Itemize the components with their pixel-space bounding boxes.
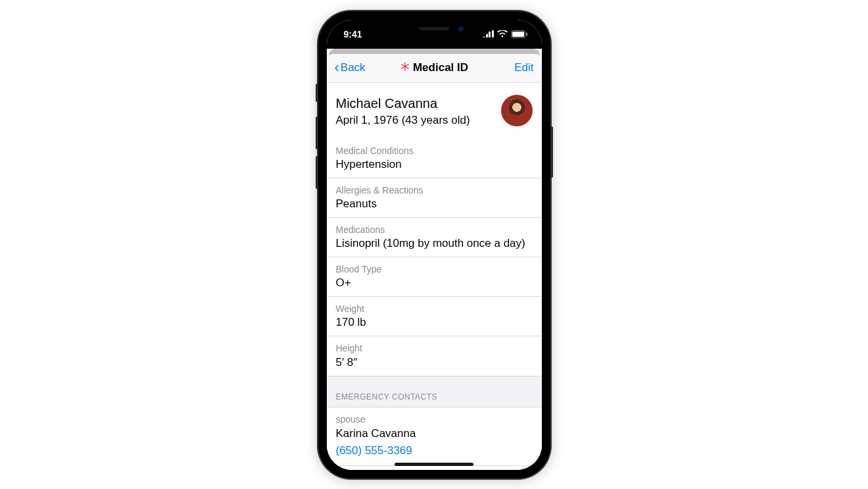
volume-down-button xyxy=(316,156,318,189)
screen: 9:41 ‹ Back xyxy=(327,20,542,470)
field-value: Lisinopril (10mg by mouth once a day) xyxy=(336,237,533,250)
svg-rect-2 xyxy=(526,32,527,36)
field-value: 170 lb xyxy=(336,316,533,329)
profile-name: Michael Cavanna xyxy=(336,95,470,112)
back-button[interactable]: ‹ Back xyxy=(335,61,366,75)
svg-rect-1 xyxy=(512,32,524,37)
field-label: Medical Conditions xyxy=(336,145,533,157)
speaker-grille xyxy=(419,27,449,30)
chevron-left-icon: ‹ xyxy=(335,61,339,75)
front-camera xyxy=(458,26,464,32)
modal-sheet: ‹ Back Medical ID Edit Michael Cavanna A… xyxy=(327,54,542,470)
field-weight: Weight 170 lb xyxy=(327,297,542,336)
field-blood-type: Blood Type O+ xyxy=(327,257,542,297)
home-indicator[interactable] xyxy=(395,463,473,466)
footer-note: When you use Emergency SOS to call Emerg… xyxy=(327,466,542,470)
volume-up-button xyxy=(316,116,318,149)
field-value: Peanuts xyxy=(336,197,533,211)
field-value: Hypertension xyxy=(336,158,533,171)
contact-phone-link[interactable]: (650) 555-3369 xyxy=(336,444,533,457)
battery-icon xyxy=(511,30,527,38)
phone-frame: 9:41 ‹ Back xyxy=(318,11,550,478)
emergency-contact: spouse Karina Cavanna (650) 555-3369 xyxy=(327,407,542,466)
field-label: Allergies & Reactions xyxy=(336,184,533,196)
nav-title: Medical ID xyxy=(400,61,468,75)
back-label: Back xyxy=(341,61,366,74)
contact-relation: spouse xyxy=(336,414,533,425)
field-label: Blood Type xyxy=(336,263,533,275)
contact-name: Karina Cavanna xyxy=(336,427,533,440)
status-time: 9:41 xyxy=(344,29,362,39)
section-header-emergency-contacts: EMERGENCY CONTACTS xyxy=(327,376,542,407)
field-value: O+ xyxy=(336,276,533,290)
content-scroll[interactable]: Michael Cavanna April 1, 1976 (43 years … xyxy=(327,83,542,470)
nav-bar: ‹ Back Medical ID Edit xyxy=(327,54,542,83)
medical-asterisk-icon xyxy=(400,61,410,75)
mute-switch xyxy=(316,84,318,102)
avatar[interactable] xyxy=(501,95,533,126)
status-right xyxy=(483,30,527,38)
field-label: Height xyxy=(336,342,533,354)
notch xyxy=(378,20,490,38)
field-height: Height 5′ 8″ xyxy=(327,336,542,376)
nav-title-text: Medical ID xyxy=(413,61,468,74)
field-allergies: Allergies & Reactions Peanuts xyxy=(327,178,542,218)
power-button xyxy=(550,126,553,178)
profile-birth-line: April 1, 1976 (43 years old) xyxy=(336,114,470,127)
field-label: Medications xyxy=(336,224,533,236)
field-value: 5′ 8″ xyxy=(336,356,533,369)
wifi-icon xyxy=(497,30,508,38)
field-medications: Medications Lisinopril (10mg by mouth on… xyxy=(327,218,542,257)
profile-header: Michael Cavanna April 1, 1976 (43 years … xyxy=(327,83,542,139)
field-medical-conditions: Medical Conditions Hypertension xyxy=(327,139,542,178)
edit-button[interactable]: Edit xyxy=(514,61,533,74)
field-label: Weight xyxy=(336,303,533,315)
